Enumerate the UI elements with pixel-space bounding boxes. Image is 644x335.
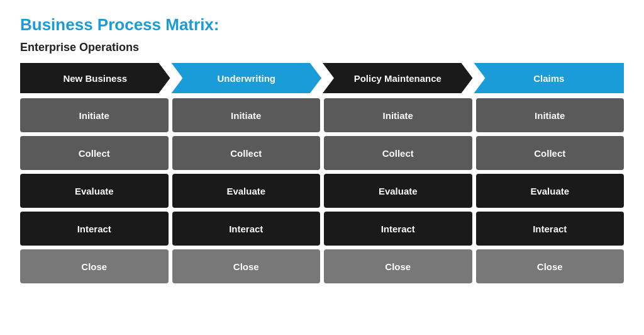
cell-initiate-policy-maintenance[interactable]: Initiate: [324, 98, 472, 132]
header-claims: Claims: [474, 63, 625, 93]
cell-evaluate-claims[interactable]: Evaluate: [476, 174, 625, 208]
cell-interact-claims[interactable]: Interact: [476, 212, 625, 246]
header-policy-maintenance: Policy Maintenance: [323, 63, 473, 93]
cell-collect-new-business[interactable]: Collect: [20, 136, 169, 170]
matrix-grid: InitiateInitiateInitiateInitiateCollectC…: [20, 98, 624, 283]
header-row: New BusinessUnderwritingPolicy Maintenan…: [20, 63, 624, 93]
cell-evaluate-policy-maintenance[interactable]: Evaluate: [324, 174, 472, 208]
cell-interact-new-business[interactable]: Interact: [20, 212, 169, 246]
cell-initiate-underwriting[interactable]: Initiate: [172, 98, 321, 132]
header-new-business: New Business: [20, 63, 170, 93]
cell-initiate-claims[interactable]: Initiate: [476, 98, 625, 132]
cell-evaluate-underwriting[interactable]: Evaluate: [172, 174, 321, 208]
cell-collect-claims[interactable]: Collect: [476, 136, 625, 170]
cell-interact-underwriting[interactable]: Interact: [172, 212, 321, 246]
cell-close-underwriting[interactable]: Close: [172, 249, 321, 283]
section-title: Enterprise Operations: [20, 41, 624, 54]
cell-close-claims[interactable]: Close: [476, 249, 625, 283]
cell-collect-underwriting[interactable]: Collect: [172, 136, 321, 170]
header-underwriting: Underwriting: [172, 63, 322, 93]
cell-evaluate-new-business[interactable]: Evaluate: [20, 174, 169, 208]
cell-collect-policy-maintenance[interactable]: Collect: [324, 136, 472, 170]
cell-close-new-business[interactable]: Close: [20, 249, 169, 283]
cell-close-policy-maintenance[interactable]: Close: [324, 249, 472, 283]
cell-interact-policy-maintenance[interactable]: Interact: [324, 212, 472, 246]
page-title: Business Process Matrix:: [20, 15, 624, 35]
cell-initiate-new-business[interactable]: Initiate: [20, 98, 169, 132]
